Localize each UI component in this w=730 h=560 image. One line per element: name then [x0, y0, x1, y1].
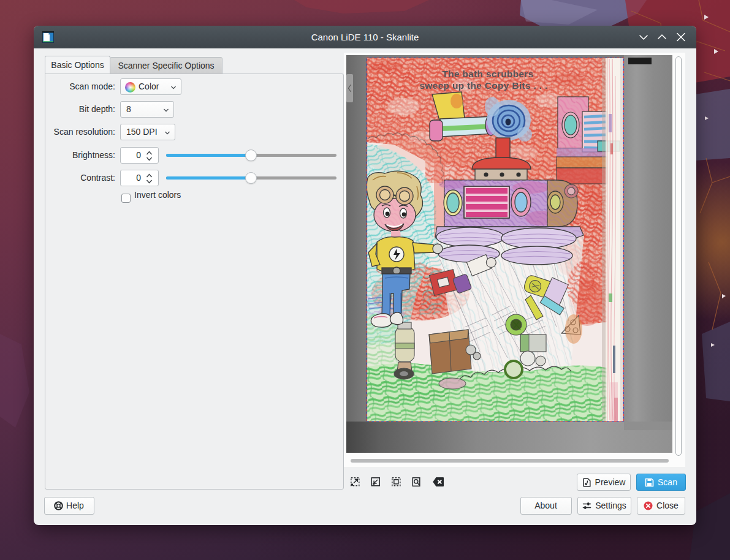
- svg-text:sweep up the Copy Bits . . .: sweep up the Copy Bits . . .: [419, 80, 547, 91]
- svg-text:The bath scrubbers: The bath scrubbers: [442, 69, 533, 79]
